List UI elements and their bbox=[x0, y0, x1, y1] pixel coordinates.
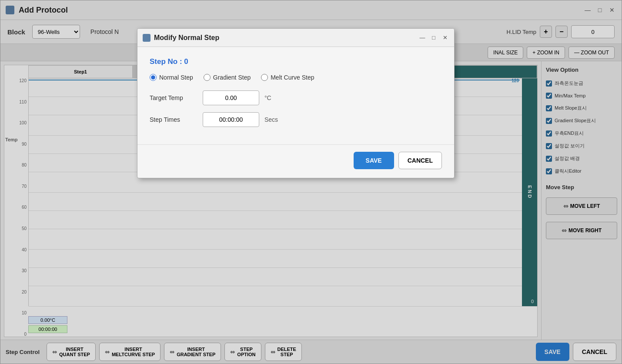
target-temp-row: Target Temp °C bbox=[150, 90, 442, 105]
modal-minimize-button[interactable]: — bbox=[418, 34, 426, 42]
gradient-step-label: Gradient Step bbox=[213, 74, 251, 81]
modal-close-button[interactable]: ✕ bbox=[441, 34, 449, 42]
melt-curve-step-radio[interactable] bbox=[261, 74, 268, 81]
target-temp-label: Target Temp bbox=[150, 94, 197, 101]
modal-footer: SAVE CANCEL bbox=[137, 144, 454, 178]
modify-step-modal: Modify Normal Step — □ ✕ Step No : 0 Nor… bbox=[137, 28, 455, 178]
modal-overlay: Modify Normal Step — □ ✕ Step No : 0 Nor… bbox=[0, 0, 622, 364]
modal-icon bbox=[143, 34, 150, 42]
modal-cancel-button[interactable]: CANCEL bbox=[398, 152, 442, 169]
normal-step-radio[interactable] bbox=[150, 74, 157, 81]
melt-curve-step-label: Melt Curve Step bbox=[271, 74, 314, 81]
modal-title-bar: Modify Normal Step — □ ✕ bbox=[137, 29, 454, 47]
radio-row: Normal Step Gradient Step Melt Curve Ste… bbox=[150, 74, 442, 81]
modal-window-controls: — □ ✕ bbox=[418, 34, 449, 42]
normal-step-radio-item[interactable]: Normal Step bbox=[150, 74, 193, 81]
normal-step-label: Normal Step bbox=[159, 74, 193, 81]
target-temp-input[interactable] bbox=[203, 90, 259, 105]
melt-curve-step-radio-item[interactable]: Melt Curve Step bbox=[261, 74, 314, 81]
modal-body: Step No : 0 Normal Step Gradient Step Me… bbox=[137, 47, 454, 144]
gradient-step-radio[interactable] bbox=[204, 74, 211, 81]
gradient-step-radio-item[interactable]: Gradient Step bbox=[204, 74, 251, 81]
modal-title: Modify Normal Step bbox=[154, 34, 219, 42]
step-times-input[interactable] bbox=[203, 112, 259, 127]
step-no-label: Step No : 0 bbox=[150, 57, 442, 66]
step-times-unit: Secs bbox=[264, 116, 278, 123]
step-times-label: Step Times bbox=[150, 116, 197, 123]
modal-maximize-button[interactable]: □ bbox=[430, 34, 438, 42]
step-times-row: Step Times Secs bbox=[150, 112, 442, 127]
modal-save-button[interactable]: SAVE bbox=[354, 152, 394, 169]
target-temp-unit: °C bbox=[264, 94, 271, 101]
